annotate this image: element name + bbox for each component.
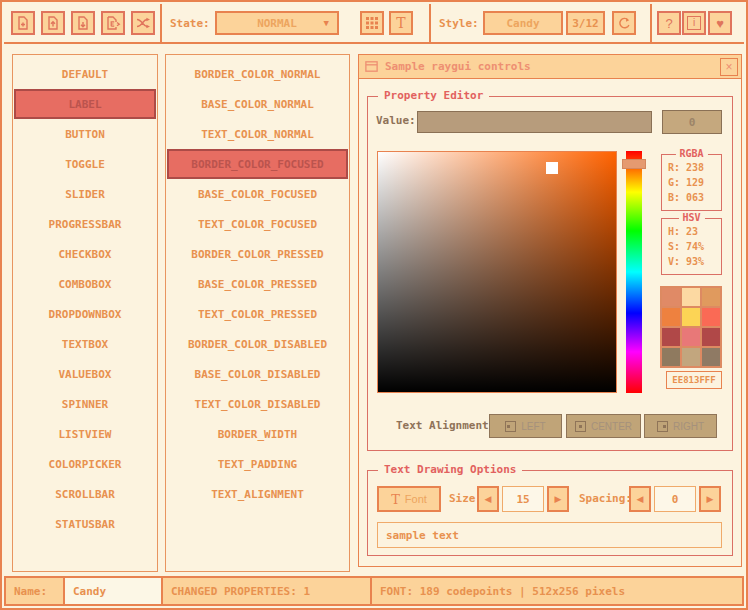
color-swatch[interactable] xyxy=(702,288,720,306)
rgba-r-value: R: 238 xyxy=(662,160,721,175)
load-style-button[interactable] xyxy=(41,11,65,35)
font-button[interactable]: T Font xyxy=(377,486,441,512)
align-left-icon xyxy=(505,421,516,432)
spacing-value-box[interactable]: 0 xyxy=(654,486,696,512)
file-up-icon xyxy=(45,15,61,31)
value-box[interactable]: 0 xyxy=(662,110,722,134)
save-style-button[interactable] xyxy=(71,11,95,35)
list-item[interactable]: BASE_COLOR_FOCUSED xyxy=(166,179,349,209)
list-item[interactable]: COMBOBOX xyxy=(13,269,157,299)
list-item[interactable]: TEXT_COLOR_NORMAL xyxy=(166,119,349,149)
value-slider[interactable] xyxy=(417,111,652,133)
list-item[interactable]: BORDER_COLOR_DISABLED xyxy=(166,329,349,359)
color-picker-cursor[interactable] xyxy=(546,162,558,174)
heart-icon: ♥ xyxy=(716,17,724,30)
sample-controls-window: Sample raygui controls × Property Editor… xyxy=(358,54,742,567)
grid-icon xyxy=(365,16,379,30)
new-style-button[interactable] xyxy=(11,11,35,35)
about-button[interactable]: i xyxy=(682,11,706,35)
list-item[interactable]: SCROLLBAR xyxy=(13,479,157,509)
color-swatch[interactable] xyxy=(682,288,700,306)
list-item[interactable]: DEFAULT xyxy=(13,59,157,89)
style-name-input[interactable]: Candy xyxy=(63,576,163,606)
list-item[interactable]: STATUSBAR xyxy=(13,509,157,539)
hsv-h-value: H: 23 xyxy=(662,224,721,239)
text-drawing-options-group: Text Drawing Options T Font Size: ◀ 15 ▶… xyxy=(367,470,733,556)
style-label: Style: xyxy=(439,17,479,30)
name-label: Name: xyxy=(4,576,65,606)
list-item[interactable]: BORDER_WIDTH xyxy=(166,419,349,449)
hue-slider[interactable] xyxy=(622,151,646,393)
changed-properties-status: CHANGED PROPERTIES: 1 xyxy=(161,576,372,606)
list-item[interactable]: TEXTBOX xyxy=(13,329,157,359)
color-swatch[interactable] xyxy=(682,308,700,326)
text-preview-button[interactable]: T xyxy=(389,11,413,35)
value-label: Value: xyxy=(376,114,416,127)
size-increase-button[interactable]: ▶ xyxy=(547,486,569,512)
list-item[interactable]: BUTTON xyxy=(13,119,157,149)
list-item[interactable]: SLIDER xyxy=(13,179,157,209)
color-swatch-palette xyxy=(660,286,722,368)
help-button[interactable]: ? xyxy=(657,11,681,35)
list-item[interactable]: BORDER_COLOR_FOCUSED xyxy=(167,149,348,179)
color-swatch[interactable] xyxy=(702,328,720,346)
hue-slider-handle[interactable] xyxy=(622,159,646,169)
window-titlebar[interactable]: Sample raygui controls × xyxy=(359,55,741,79)
size-decrease-button[interactable]: ◀ xyxy=(477,486,499,512)
spacing-decrease-button[interactable]: ◀ xyxy=(629,486,651,512)
color-swatch[interactable] xyxy=(662,308,680,326)
list-item[interactable]: TEXT_PADDING xyxy=(166,449,349,479)
reload-style-button[interactable] xyxy=(612,11,636,35)
align-left-button[interactable]: LEFT xyxy=(489,414,562,438)
grid-toggle-button[interactable] xyxy=(360,11,384,35)
list-item[interactable]: LABEL xyxy=(14,89,156,119)
arrow-right-icon: ▶ xyxy=(555,494,562,504)
size-value-box[interactable]: 15 xyxy=(502,486,544,512)
window-icon xyxy=(364,59,379,74)
list-item[interactable]: TEXT_COLOR_DISABLED xyxy=(166,389,349,419)
spacing-increase-button[interactable]: ▶ xyxy=(699,486,721,512)
list-item[interactable]: TEXT_COLOR_PRESSED xyxy=(166,299,349,329)
list-item[interactable]: BORDER_COLOR_PRESSED xyxy=(166,239,349,269)
rgba-g-value: G: 129 xyxy=(662,175,721,190)
list-item[interactable]: DROPDOWNBOX xyxy=(13,299,157,329)
color-swatch[interactable] xyxy=(682,328,700,346)
toolbar-divider xyxy=(429,4,431,42)
hue-gradient-bar[interactable] xyxy=(626,151,642,393)
properties-list: BORDER_COLOR_NORMALBASE_COLOR_NORMALTEXT… xyxy=(165,54,350,572)
color-swatch[interactable] xyxy=(662,288,680,306)
list-item[interactable]: COLORPICKER xyxy=(13,449,157,479)
state-dropdown[interactable]: NORMAL ▼ xyxy=(215,11,339,35)
color-swatch[interactable] xyxy=(702,348,720,366)
list-item[interactable]: TEXT_ALIGNMENT xyxy=(166,479,349,509)
hex-color-input[interactable]: EE813FFF xyxy=(666,371,722,389)
color-swatch[interactable] xyxy=(702,308,720,326)
list-item[interactable]: CHECKBOX xyxy=(13,239,157,269)
list-item[interactable]: BASE_COLOR_NORMAL xyxy=(166,89,349,119)
list-item[interactable]: LISTVIEW xyxy=(13,419,157,449)
rgba-b-value: B: 063 xyxy=(662,190,721,205)
color-picker-area[interactable] xyxy=(377,151,617,393)
list-item[interactable]: TEXT_COLOR_FOCUSED xyxy=(166,209,349,239)
close-button[interactable]: × xyxy=(720,58,738,76)
align-center-button[interactable]: CENTER xyxy=(566,414,641,438)
style-dropdown[interactable]: Candy xyxy=(483,11,563,35)
sample-text-input[interactable]: sample text xyxy=(377,522,722,548)
list-item[interactable]: BASE_COLOR_DISABLED xyxy=(166,359,349,389)
color-swatch[interactable] xyxy=(662,348,680,366)
list-item[interactable]: TOGGLE xyxy=(13,149,157,179)
align-right-label: RIGHT xyxy=(673,421,704,432)
text-alignment-label: Text Alignment: xyxy=(396,419,495,432)
color-swatch[interactable] xyxy=(682,348,700,366)
list-item[interactable]: VALUEBOX xyxy=(13,359,157,389)
font-info-status: FONT: 189 codepoints | 512x256 pixels xyxy=(370,576,744,606)
align-right-button[interactable]: RIGHT xyxy=(644,414,717,438)
color-swatch[interactable] xyxy=(662,328,680,346)
list-item[interactable]: BASE_COLOR_PRESSED xyxy=(166,269,349,299)
list-item[interactable]: BORDER_COLOR_NORMAL xyxy=(166,59,349,89)
random-style-button[interactable] xyxy=(131,11,155,35)
list-item[interactable]: PROGRESSBAR xyxy=(13,209,157,239)
sponsor-button[interactable]: ♥ xyxy=(708,11,732,35)
export-style-button[interactable] xyxy=(101,11,125,35)
list-item[interactable]: SPINNER xyxy=(13,389,157,419)
